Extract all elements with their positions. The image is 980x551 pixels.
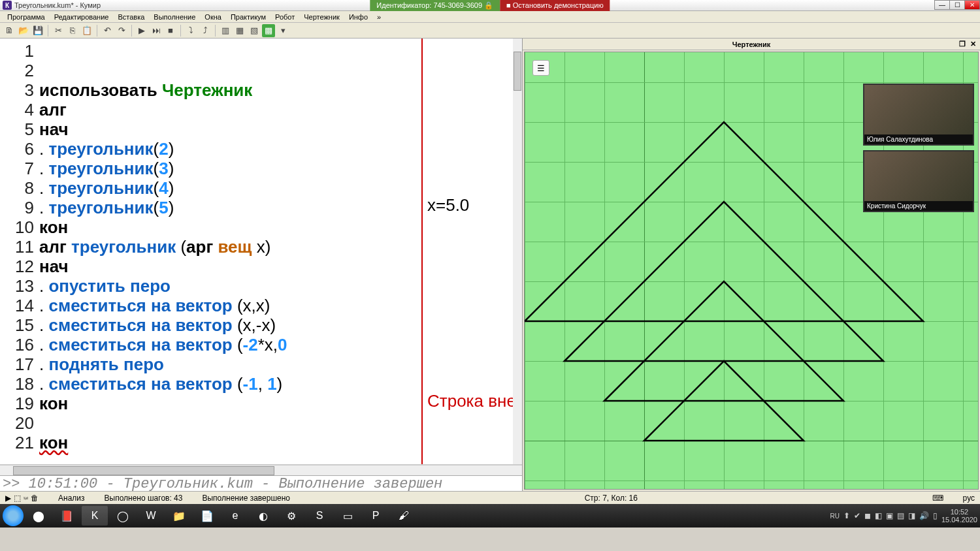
drawer-title-label: Чертежник — [732, 40, 771, 48]
tray-lang[interactable]: RU — [830, 512, 839, 520]
menu-Редактирование[interactable]: Редактирование — [50, 13, 114, 21]
stop-icon[interactable]: ■ — [164, 24, 177, 37]
stop-demo-button[interactable]: ■ Остановить демонстрацию — [500, 0, 610, 11]
editor-panel: 123456789101112131415161718192021 исполь… — [0, 39, 523, 491]
titlebar: К Треугольник.kum* - Кумир Идентификатор… — [0, 0, 980, 11]
window-title: Треугольник.kum* - Кумир — [14, 1, 101, 9]
tray-icon[interactable]: ◧ — [875, 511, 882, 520]
status-icon2[interactable]: ⬚ — [14, 494, 21, 503]
taskbar-app-icon[interactable]: ⚙ — [278, 506, 304, 526]
layout3-icon[interactable]: ▧ — [248, 24, 261, 37]
minimize-button[interactable]: — — [934, 0, 950, 10]
menu-Окна[interactable]: Окна — [200, 13, 226, 21]
taskbar-app-icon[interactable]: P — [363, 506, 389, 526]
tray-icon[interactable]: ◨ — [908, 511, 915, 520]
menu-Инфо[interactable]: Инфо — [344, 13, 372, 21]
copy-icon[interactable]: ⎘ — [66, 24, 79, 37]
tray-icon[interactable]: ⬆ — [843, 511, 850, 520]
tray-icon[interactable]: ▤ — [897, 511, 904, 520]
webcam-overlay[interactable]: Юлия Салахутдинова — [863, 84, 974, 146]
status-play-icon[interactable]: ▶ — [5, 494, 11, 503]
right-margin-line — [421, 39, 423, 464]
taskbar-app-icon[interactable]: 🖌 — [391, 506, 417, 526]
drawer-maximize-icon[interactable]: ❐ — [959, 40, 966, 48]
session-id-pill: Идентификатор: 745-3069-3609 🔒 — [370, 0, 500, 11]
layout1-icon[interactable]: ▥ — [219, 24, 232, 37]
horizontal-scrollbar[interactable] — [0, 465, 522, 475]
drawer-close-icon[interactable]: ✕ — [970, 40, 976, 48]
app-icon: К — [3, 1, 12, 10]
webcam-name: Юлия Салахутдинова — [864, 134, 973, 144]
statusbar: ▶ ⬚ ⎃ 🗑 Анализ Выполнено шагов: 43 Выпол… — [0, 491, 980, 504]
close-button[interactable]: ✕ — [964, 0, 980, 10]
taskbar-app-icon[interactable]: e — [222, 506, 248, 526]
start-button[interactable] — [3, 505, 24, 526]
tray-icon[interactable]: 🔊 — [919, 511, 929, 520]
webcam-overlay[interactable]: Кристина Сидорчук — [863, 150, 974, 212]
session-pills: Идентификатор: 745-3069-3609 🔒 ■ Останов… — [370, 0, 610, 11]
taskbar-app-icon[interactable]: W — [138, 506, 164, 526]
run-icon[interactable]: ▶ — [135, 24, 148, 37]
status-lang-icon[interactable]: ⌨ — [932, 494, 943, 503]
taskbar-app-icon[interactable]: ◐ — [250, 506, 276, 526]
side-annotations: x=5.0 Строка вне — [427, 39, 522, 450]
status-steps: Выполнено шагов: 43 — [105, 494, 183, 503]
menu-Вставка[interactable]: Вставка — [113, 13, 149, 21]
menu-Программа[interactable]: Программа — [3, 13, 50, 21]
layout4-icon[interactable]: ▩ — [262, 24, 275, 37]
step-into-icon[interactable]: ⤵ — [184, 24, 197, 37]
tray-icon[interactable]: ✔ — [854, 511, 860, 520]
taskbar-app-icon[interactable]: K — [82, 506, 108, 526]
webcam-name: Кристина Сидорчук — [864, 201, 973, 211]
run-step-icon[interactable]: ⏭ — [150, 24, 163, 37]
vertical-scrollbar[interactable] — [513, 39, 522, 464]
tray-clock[interactable]: 10:5215.04.2020 — [941, 508, 977, 524]
tray-icon[interactable]: ▣ — [886, 511, 893, 520]
more-icon[interactable]: ▾ — [276, 24, 289, 37]
code-editor[interactable]: использовать Чертежникалгнач. треугольни… — [39, 39, 522, 464]
taskbar-app-icon[interactable]: 📁 — [166, 506, 192, 526]
tray-icon[interactable]: ▯ — [933, 511, 938, 520]
status-analysis: Анализ — [58, 494, 85, 503]
cut-icon[interactable]: ✂ — [52, 24, 65, 37]
taskbar-app-icon[interactable]: 📄 — [194, 506, 220, 526]
tray-icon[interactable]: ◼ — [864, 511, 871, 520]
drawing-canvas[interactable]: ☰ Юлия СалахутдиноваКристина Сидорчук — [524, 52, 979, 490]
status-icon4[interactable]: 🗑 — [31, 494, 39, 503]
layout2-icon[interactable]: ▦ — [233, 24, 246, 37]
redo-icon[interactable]: ↷ — [115, 24, 128, 37]
paste-icon[interactable]: 📋 — [80, 24, 93, 37]
toolbar: 🗎 📂 💾 ✂ ⎘ 📋 ↶ ↷ ▶ ⏭ ■ ⤵ ⤴ ▥ ▦ ▧ ▩ ▾ — [0, 23, 980, 39]
undo-icon[interactable]: ↶ — [101, 24, 114, 37]
status-icon3[interactable]: ⎃ — [24, 494, 28, 503]
new-file-icon[interactable]: 🗎 — [3, 24, 16, 37]
status-lang: рус — [963, 494, 975, 503]
save-file-icon[interactable]: 💾 — [31, 24, 44, 37]
taskbar-app-icon[interactable]: ▭ — [335, 506, 361, 526]
drawer-title: Чертежник ❐ ✕ — [523, 39, 980, 50]
system-tray: RU⬆✔◼◧▣▤◨🔊▯10:5215.04.2020 — [830, 508, 977, 524]
menu-Чертежник[interactable]: Чертежник — [299, 13, 344, 21]
menubar: ПрограммаРедактированиеВставкаВыполнение… — [0, 11, 980, 23]
status-cursor-position: Стр: 7, Кол: 16 — [310, 494, 913, 503]
code-line[interactable] — [39, 452, 522, 464]
menu-Практикум[interactable]: Практикум — [226, 13, 270, 21]
taskbar-app-icon[interactable]: S — [306, 506, 333, 526]
status-message: Выполнение завершено — [202, 494, 290, 503]
line-gutter: 123456789101112131415161718192021 — [0, 39, 39, 464]
taskbar-app-icon[interactable]: ◯ — [110, 506, 136, 526]
console-output: >> 10:51:00 - Треугольник.kum - Выполнен… — [0, 475, 522, 491]
menu-»[interactable]: » — [372, 13, 385, 21]
taskbar-app-icon[interactable]: 📕 — [54, 506, 80, 526]
taskbar-app-icon[interactable]: ⬤ — [25, 506, 52, 526]
drawer-panel: Чертежник ❐ ✕ ☰ Юлия СалахутдиноваКристи… — [523, 39, 980, 491]
step-over-icon[interactable]: ⤴ — [199, 24, 212, 37]
maximize-button[interactable]: ☐ — [949, 0, 965, 10]
open-file-icon[interactable]: 📂 — [17, 24, 30, 37]
windows-taskbar: ⬤📕K◯W📁📄e◐⚙S▭P🖌RU⬆✔◼◧▣▤◨🔊▯10:5215.04.2020 — [0, 504, 980, 527]
menu-Робот[interactable]: Робот — [270, 13, 299, 21]
menu-Выполнение[interactable]: Выполнение — [149, 13, 200, 21]
